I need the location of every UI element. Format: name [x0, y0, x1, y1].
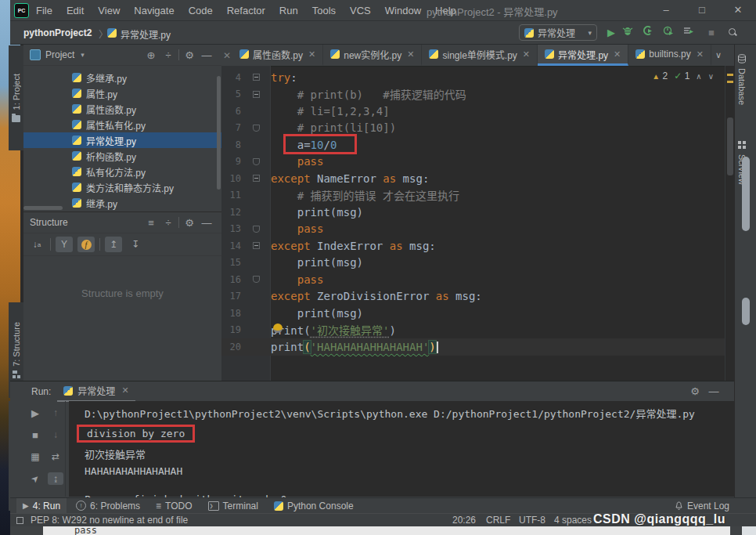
show-inherited-icon[interactable]: Y: [56, 237, 73, 252]
debug-button[interactable]: [622, 25, 641, 36]
run-configuration-dropdown[interactable]: 异常处理 ▾: [519, 24, 597, 41]
project-file-row[interactable]: 属性.py: [23, 85, 221, 101]
fold-marker-icon[interactable]: [253, 226, 260, 233]
down-stack-trace-icon[interactable]: ↓: [48, 428, 63, 441]
close-tab-icon[interactable]: ✕: [614, 49, 621, 60]
code-line[interactable]: 10except NameError as msg:: [221, 170, 725, 187]
toolbar-python-console[interactable]: Python Console: [268, 498, 360, 514]
restore-layout-icon[interactable]: ▦: [27, 450, 43, 463]
menu-item-view[interactable]: View: [91, 5, 127, 16]
fold-marker-icon[interactable]: [253, 175, 260, 182]
project-file-row[interactable]: 属性函数.py: [23, 101, 221, 117]
move-up-icon[interactable]: ↥: [105, 237, 122, 252]
tool-stripe-database[interactable]: Database: [737, 54, 747, 105]
toolbar-todo[interactable]: ≡ TODO: [149, 498, 198, 514]
error-stripe[interactable]: [725, 66, 734, 381]
rerun-button[interactable]: ▶: [27, 407, 43, 419]
close-tab-icon[interactable]: ✕: [308, 49, 315, 60]
project-file-row[interactable]: 私有化方法.py: [23, 164, 221, 179]
toolbar-problems[interactable]: ! 6: Problems: [70, 498, 146, 514]
close-icon[interactable]: ✕: [121, 385, 128, 396]
hide-panel-icon[interactable]: —: [704, 385, 723, 397]
breadcrumb-file[interactable]: 异常处理.py: [121, 27, 171, 41]
code-line[interactable]: 12 print(msg): [221, 204, 725, 221]
fold-marker-icon[interactable]: [253, 74, 260, 81]
status-indent[interactable]: 4 spaces: [554, 515, 592, 526]
pin-icon[interactable]: ➤: [25, 468, 45, 488]
code-line[interactable]: 11 # 捕获到的错误 才会在这里执行: [221, 187, 725, 204]
minimize-button[interactable]: –: [654, 4, 678, 16]
status-line-ending[interactable]: CRLF: [486, 515, 510, 526]
editor-tab[interactable]: single单例模式.py✕: [422, 45, 538, 66]
code-line[interactable]: 9 pass: [221, 154, 725, 171]
hide-panel-icon[interactable]: —: [198, 217, 215, 229]
pycharm-logo-icon[interactable]: PC: [14, 3, 29, 18]
gear-icon[interactable]: ⚙: [686, 385, 704, 397]
code-line[interactable]: 16 pass: [221, 271, 725, 288]
code-line[interactable]: 6 # li=[1,2,3,4]: [221, 103, 725, 120]
fold-marker-icon[interactable]: [253, 242, 260, 249]
code-line[interactable]: 5 # print(b) #捕获逻辑的代码: [221, 86, 725, 103]
fold-marker-icon[interactable]: [253, 91, 260, 98]
chevron-down-icon[interactable]: ▾: [81, 51, 85, 59]
maximize-button[interactable]: □: [690, 4, 714, 16]
project-file-row[interactable]: 属性私有化.py: [23, 117, 221, 132]
close-tab-icon[interactable]: ✕: [407, 49, 414, 60]
menu-item-run[interactable]: Run: [272, 5, 305, 16]
intention-bulb-icon[interactable]: [273, 324, 283, 333]
scroll-to-end-icon[interactable]: ↨: [48, 472, 63, 485]
code-line[interactable]: 15 print(msg): [221, 255, 725, 272]
status-encoding[interactable]: UTF-8: [519, 515, 545, 526]
collapse-all-icon[interactable]: ÷: [160, 217, 177, 229]
menu-item-code[interactable]: Code: [182, 5, 220, 16]
project-file-row[interactable]: 类方法和静态方法.py: [23, 179, 221, 195]
editor-tab[interactable]: 异常处理.py✕: [538, 45, 628, 66]
breadcrumb-project[interactable]: pythonProject2: [23, 27, 92, 38]
menu-item-file[interactable]: File: [29, 5, 59, 16]
code-line[interactable]: 19print('初次接触异常'): [221, 322, 725, 339]
close-button[interactable]: ✕: [726, 4, 750, 16]
editor-tab[interactable]: 属性函数.py✕: [232, 45, 323, 66]
menu-item-window[interactable]: Window: [378, 5, 428, 16]
menu-item-tools[interactable]: Tools: [305, 5, 343, 16]
up-stack-trace-icon[interactable]: ↑: [48, 407, 63, 419]
sort-alphabetically-icon[interactable]: ↓a: [28, 237, 45, 252]
close-tab-icon[interactable]: ✕: [523, 49, 530, 60]
code-editor[interactable]: 4try:5 # print(b) #捕获逻辑的代码6 # li=[1,2,3,…: [221, 66, 725, 381]
tab-list-chevron-icon[interactable]: ∨: [715, 50, 722, 60]
code-line[interactable]: 13 pass: [221, 221, 725, 238]
vertical-scrollbar[interactable]: [217, 76, 221, 190]
soft-wrap-icon[interactable]: ⇄: [48, 450, 63, 463]
stop-button[interactable]: ■: [702, 27, 721, 38]
project-file-row[interactable]: 异常处理.py: [23, 132, 221, 148]
next-issue-icon[interactable]: ∨: [708, 72, 714, 81]
stop-button[interactable]: ■: [27, 428, 43, 441]
fold-marker-icon[interactable]: [253, 125, 260, 132]
horizontal-scrollbar[interactable]: [23, 206, 63, 210]
run-tab[interactable]: 异常处理 ✕: [57, 381, 135, 402]
tool-stripe-project[interactable]: 1: Project: [9, 45, 23, 150]
fold-marker-icon[interactable]: [253, 276, 260, 283]
close-tab-icon[interactable]: ✕: [221, 45, 232, 66]
collapse-all-icon[interactable]: ÷: [160, 49, 177, 61]
menu-item-navigate[interactable]: Navigate: [127, 5, 181, 16]
search-everywhere-icon[interactable]: [729, 28, 737, 37]
prev-issue-icon[interactable]: ∧: [696, 72, 701, 81]
reading-mode-icon[interactable]: [16, 517, 23, 524]
run-button[interactable]: ▶: [602, 27, 621, 38]
project-file-row[interactable]: 析构函数.py: [23, 148, 221, 164]
editor-scrollbar[interactable]: [727, 117, 733, 175]
inspections-widget[interactable]: ▲ 2 ✓ 1 ∧ ∨: [652, 70, 714, 81]
editor-tab[interactable]: new实例化.py✕: [323, 45, 422, 66]
code-line[interactable]: 17except ZeroDivisionError as msg:: [221, 288, 725, 305]
page-scrollbar-thumb[interactable]: [742, 157, 750, 231]
gear-icon[interactable]: ⚙: [181, 217, 198, 229]
code-line[interactable]: 18 print(msg): [221, 305, 725, 322]
menu-item-edit[interactable]: Edit: [59, 5, 91, 16]
menu-item-vcs[interactable]: VCS: [343, 5, 378, 16]
project-file-row[interactable]: 多继承.py: [23, 70, 221, 85]
move-down-icon[interactable]: ↧: [127, 237, 144, 252]
toolbar-run[interactable]: ▶ 4: Run: [16, 498, 67, 514]
page-scrollbar-thumb[interactable]: [742, 298, 750, 325]
profiler-button[interactable]: [663, 25, 682, 36]
